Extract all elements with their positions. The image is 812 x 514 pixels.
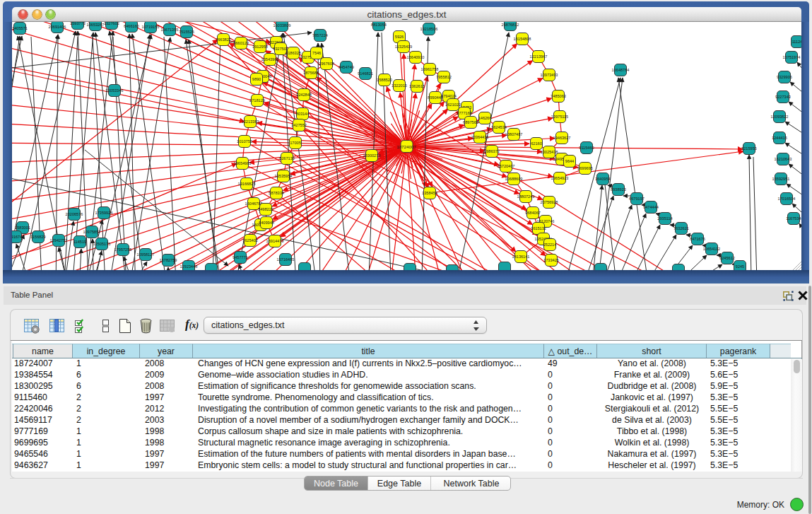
svg-text:6794024: 6794024: [441, 94, 457, 98]
svg-text:18724007: 18724007: [396, 144, 416, 149]
svg-text:1322015: 1322015: [392, 83, 407, 88]
svg-text:19463627: 19463627: [553, 136, 571, 140]
svg-text:3427552: 3427552: [291, 123, 307, 127]
svg-text:114519: 114519: [73, 240, 86, 244]
svg-text:20053346: 20053346: [106, 88, 124, 93]
svg-text:803144: 803144: [296, 112, 310, 116]
svg-text:20206576: 20206576: [66, 212, 83, 216]
svg-text:19218506: 19218506: [420, 27, 438, 31]
svg-text:2935114: 2935114: [657, 216, 672, 221]
svg-text:11124: 11124: [792, 40, 801, 44]
svg-text:19654985: 19654985: [234, 161, 252, 165]
svg-text:1640954: 1640954: [595, 177, 611, 181]
svg-text:10653287: 10653287: [87, 23, 105, 27]
svg-text:8215955: 8215955: [741, 146, 757, 151]
svg-text:14136141: 14136141: [512, 255, 530, 259]
svg-text:1156829: 1156829: [30, 235, 45, 239]
svg-text:1615132: 1615132: [531, 226, 546, 230]
svg-text:17359924: 17359924: [95, 211, 113, 215]
svg-text:16782759: 16782759: [160, 258, 177, 262]
svg-text:8471676: 8471676: [690, 237, 705, 241]
svg-text:1405571: 1405571: [12, 26, 28, 30]
svg-text:7663822: 7663822: [216, 37, 231, 42]
svg-text:3912954: 3912954: [252, 45, 268, 49]
svg-text:26876812: 26876812: [502, 23, 519, 27]
svg-text:13975115: 13975115: [551, 115, 568, 119]
svg-text:9890: 9890: [252, 77, 261, 81]
svg-text:8454749: 8454749: [339, 65, 354, 69]
svg-text:6466160: 6466160: [124, 24, 139, 28]
svg-text:7546: 7546: [312, 51, 321, 55]
svg-text:10654112: 10654112: [703, 247, 720, 251]
svg-text:1588520: 1588520: [377, 78, 392, 82]
svg-text:10688609: 10688609: [505, 177, 523, 181]
svg-text:10025438: 10025438: [541, 150, 558, 154]
svg-text:9245: 9245: [736, 264, 744, 269]
svg-text:5498222: 5498222: [258, 207, 273, 211]
svg-text:10543962: 10543962: [261, 57, 279, 62]
svg-text:12213967: 12213967: [530, 54, 548, 59]
svg-text:15751974: 15751974: [783, 55, 801, 59]
svg-text:9329906: 9329906: [777, 75, 792, 79]
svg-text:12213383: 12213383: [242, 119, 259, 124]
svg-text:8813054: 8813054: [371, 23, 387, 27]
svg-text:2986372: 2986372: [484, 149, 500, 153]
svg-text:7515526: 7515526: [179, 30, 194, 34]
svg-text:15640910: 15640910: [407, 55, 425, 59]
svg-text:9684067: 9684067: [525, 211, 541, 215]
svg-text:7632621: 7632621: [673, 226, 689, 230]
svg-text:20691406: 20691406: [49, 25, 66, 29]
svg-text:9245612: 9245612: [719, 256, 735, 260]
svg-text:9457771: 9457771: [233, 255, 248, 259]
svg-text:16914479: 16914479: [266, 239, 284, 243]
svg-text:1624534: 1624534: [491, 125, 507, 129]
svg-text:17957255: 17957255: [114, 247, 132, 252]
svg-text:1362615: 1362615: [409, 84, 425, 88]
svg-text:12093822: 12093822: [771, 115, 789, 119]
svg-text:16033809: 16033809: [273, 23, 291, 28]
svg-text:11325419: 11325419: [395, 45, 412, 49]
svg-text:1327602: 1327602: [104, 22, 119, 25]
svg-text:17005: 17005: [290, 141, 301, 145]
svg-text:9474444: 9474444: [643, 205, 659, 209]
svg-text:15592951: 15592951: [772, 177, 790, 181]
svg-text:7485063: 7485063: [551, 94, 566, 98]
svg-text:7625402: 7625402: [242, 238, 258, 243]
svg-text:8186328: 8186328: [286, 51, 301, 55]
svg-text:16210643: 16210643: [775, 157, 792, 161]
svg-text:9644: 9644: [565, 159, 574, 163]
svg-text:8409948: 8409948: [259, 221, 274, 225]
svg-text:3875685: 3875685: [303, 71, 319, 75]
svg-text:10807487: 10807487: [505, 132, 523, 136]
svg-text:1593773: 1593773: [70, 22, 86, 25]
svg-text:9699695: 9699695: [577, 166, 593, 170]
svg-text:391674: 391674: [12, 235, 22, 239]
svg-text:2967608: 2967608: [319, 62, 334, 66]
svg-text:6897568: 6897568: [463, 120, 478, 124]
svg-text:18807249: 18807249: [517, 194, 535, 199]
svg-text:8938923: 8938923: [611, 187, 626, 192]
svg-text:5878334: 5878334: [269, 191, 284, 195]
svg-text:20364436: 20364436: [471, 135, 489, 139]
svg-text:10975857: 10975857: [83, 230, 101, 234]
svg-text:13535954: 13535954: [275, 174, 293, 178]
svg-text:10719155: 10719155: [142, 25, 160, 29]
svg-text:12505175: 12505175: [93, 242, 111, 246]
svg-text:17016504: 17016504: [778, 197, 796, 201]
svg-text:16154808: 16154808: [514, 37, 531, 41]
svg-text:2718129: 2718129: [249, 98, 265, 103]
svg-text:1733426: 1733426: [543, 258, 559, 262]
svg-text:15720407: 15720407: [498, 164, 515, 168]
svg-text:15716485: 15716485: [277, 257, 295, 262]
svg-text:7857224: 7857224: [312, 33, 328, 37]
svg-text:8660123: 8660123: [233, 41, 249, 45]
svg-text:9227343: 9227343: [775, 95, 791, 99]
svg-text:16671355: 16671355: [161, 28, 179, 32]
svg-text:6679197: 6679197: [629, 197, 645, 201]
svg-text:16961758: 16961758: [421, 67, 439, 71]
svg-text:7955812: 7955812: [436, 75, 452, 79]
svg-text:146266: 146266: [478, 116, 492, 120]
svg-text:20756928: 20756928: [541, 200, 558, 204]
svg-text:1583001: 1583001: [15, 226, 30, 230]
svg-text:9115460: 9115460: [579, 146, 594, 150]
